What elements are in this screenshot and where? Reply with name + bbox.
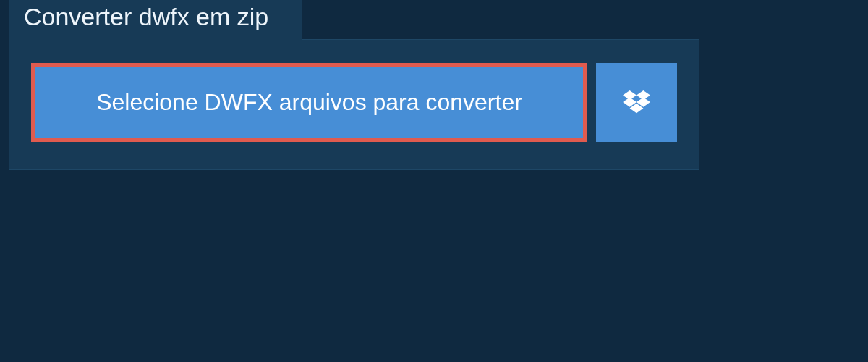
select-files-label: Selecione DWFX arquivos para converter (96, 89, 522, 116)
title-text: Converter dwfx em zip (24, 3, 268, 30)
page-title: Converter dwfx em zip (9, 0, 302, 47)
converter-panel: Converter dwfx em zip Selecione DWFX arq… (9, 39, 699, 170)
dropbox-icon (623, 90, 650, 115)
panel-content: Selecione DWFX arquivos para converter (9, 40, 699, 169)
dropbox-button[interactable] (596, 63, 677, 142)
select-files-button[interactable]: Selecione DWFX arquivos para converter (31, 63, 587, 142)
button-row: Selecione DWFX arquivos para converter (31, 63, 677, 142)
